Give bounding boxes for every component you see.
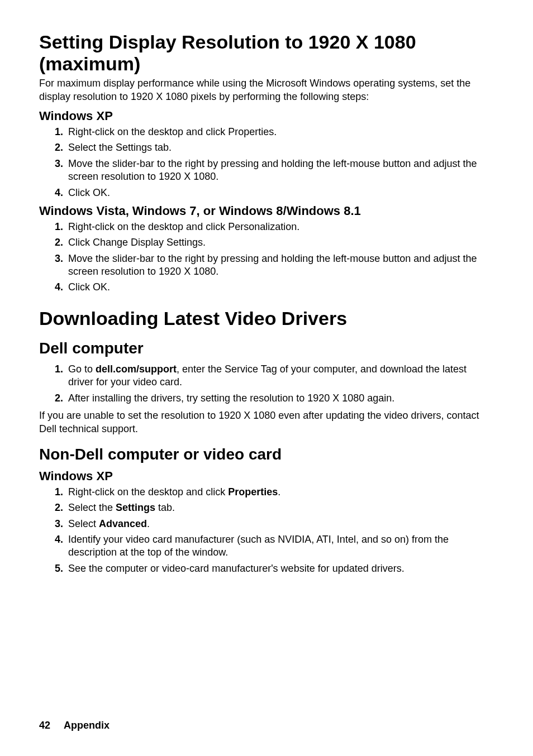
step-text: Right-click on the desktop and click Pro…: [68, 126, 277, 137]
step-text: Go to dell.com/support, enter the Servic…: [68, 363, 467, 387]
step-text: Click Change Display Settings.: [68, 237, 206, 248]
footer-label: Appendix: [64, 720, 110, 731]
step-text: Select the Settings tab.: [68, 142, 172, 153]
list-item: 3.Move the slider-bar to the right by pr…: [55, 252, 494, 279]
step-text: Select the Settings tab.: [68, 502, 175, 513]
heading-downloading-drivers: Downloading Latest Video Drivers: [39, 308, 494, 329]
step-text: Move the slider-bar to the right by pres…: [68, 158, 477, 182]
step-text: After installing the drivers, try settin…: [68, 393, 394, 404]
list-item: 1.Right-click on the desktop and click P…: [55, 486, 494, 499]
list-item: 3.Select Advanced.: [55, 518, 494, 530]
list-item: 4.Identify your video card manufacturer …: [55, 533, 494, 559]
step-text: Right-click on the desktop and click Per…: [68, 221, 299, 232]
list-item: 5.See the computer or video-card manufac…: [55, 562, 494, 575]
list-item: 1.Right-click on the desktop and click P…: [55, 126, 494, 138]
list-item: 2.Click Change Display Settings.: [55, 236, 494, 249]
list-item: 1.Right-click on the desktop and click P…: [55, 221, 494, 233]
step-text: Click OK.: [68, 281, 110, 293]
heading-dell-computer: Dell computer: [39, 339, 494, 357]
step-text: Click OK.: [68, 187, 110, 198]
list-item: 4.Click OK.: [55, 281, 494, 294]
list-nondell-xp-steps: 1.Right-click on the desktop and click P…: [39, 486, 494, 575]
list-vista-steps: 1.Right-click on the desktop and click P…: [39, 221, 494, 294]
heading-nondell-xp: Windows XP: [39, 469, 494, 484]
list-item: 2.After installing the drivers, try sett…: [55, 392, 494, 405]
list-xp-steps: 1.Right-click on the desktop and click P…: [39, 126, 494, 199]
list-item: 2.Select the Settings tab.: [55, 501, 494, 514]
dell-after-paragraph: If you are unable to set the resolution …: [39, 409, 494, 436]
step-text: Select Advanced.: [68, 518, 150, 529]
heading-windows-vista: Windows Vista, Windows 7, or Windows 8/W…: [39, 204, 494, 218]
step-text: See the computer or video-card manufactu…: [68, 563, 404, 574]
page-number: 42: [39, 720, 50, 731]
intro-paragraph: For maximum display performance while us…: [39, 77, 494, 103]
list-item: 1.Go to dell.com/support, enter the Serv…: [55, 363, 494, 389]
list-dell-steps: 1.Go to dell.com/support, enter the Serv…: [39, 363, 494, 405]
heading-non-dell: Non-Dell computer or video card: [39, 446, 494, 463]
page-footer: 42Appendix: [39, 720, 110, 731]
list-item: 3.Move the slider-bar to the right by pr…: [55, 157, 494, 184]
heading-windows-xp: Windows XP: [39, 109, 494, 123]
heading-setting-resolution: Setting Display Resolution to 1920 X 108…: [39, 31, 494, 75]
list-item: 2.Select the Settings tab.: [55, 141, 494, 154]
step-text: Right-click on the desktop and click Pro…: [68, 486, 280, 497]
step-text: Identify your video card manufacturer (s…: [68, 534, 449, 558]
step-text: Move the slider-bar to the right by pres…: [68, 253, 477, 277]
list-item: 4.Click OK.: [55, 186, 494, 199]
